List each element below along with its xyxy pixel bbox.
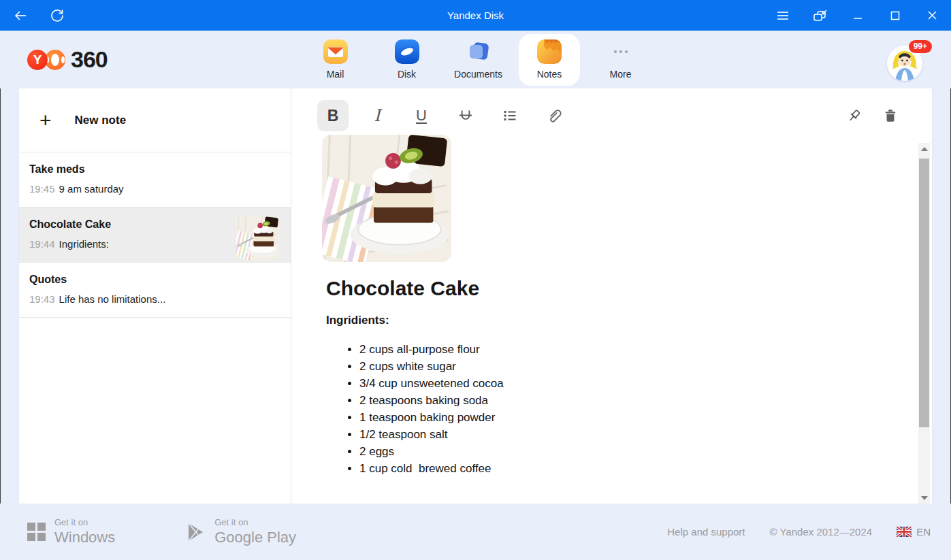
main-body: + New note Take meds 19:459 am saturday … — [0, 88, 951, 504]
scroll-up-icon — [921, 147, 928, 151]
scrollbar-thumb[interactable] — [919, 159, 929, 427]
ingredient-item: 1 teaspoon baking powder — [359, 409, 891, 426]
scroll-up-button[interactable] — [918, 143, 930, 154]
disk-icon — [395, 39, 419, 64]
refresh-icon — [49, 7, 65, 24]
note-editor: B I U — [291, 88, 932, 504]
note-image-cake-photo[interactable] — [322, 135, 451, 262]
maximize-icon — [890, 11, 900, 20]
note-time: 19:44 — [29, 238, 55, 250]
hamburger-icon — [776, 10, 790, 21]
tab-disk[interactable]: Disk — [371, 34, 442, 86]
note-list-item-chocolate-cake[interactable]: Chocolate Cake 19:44Ingridients: — [19, 208, 291, 263]
strikethrough-button[interactable] — [450, 100, 481, 131]
new-note-label: New note — [75, 114, 127, 127]
yandex-360-logo[interactable]: Y 360 — [27, 46, 108, 73]
new-note-button[interactable]: + New note — [19, 88, 291, 152]
note-preview: Ingridients: — [59, 238, 109, 250]
bullet-list-button[interactable] — [494, 100, 526, 131]
get-it-on-google-play-button[interactable]: Get it on Google Play — [187, 517, 296, 546]
minimize-button[interactable] — [839, 0, 876, 31]
more-icon — [609, 39, 633, 64]
minimize-icon — [853, 11, 863, 20]
copyright-text: © Yandex 2012—2024 — [770, 526, 873, 538]
ingredient-item: 3/4 cup unsweetened cocoa — [359, 375, 891, 392]
tab-disk-label: Disk — [398, 69, 416, 80]
windows-icon — [27, 523, 46, 541]
plus-icon: + — [39, 110, 52, 131]
yandex-y-icon: Y — [27, 50, 48, 70]
menu-button[interactable] — [764, 0, 801, 31]
uk-flag-icon — [897, 527, 912, 537]
logo-360-text: 360 — [71, 46, 108, 73]
note-list-item-quotes[interactable]: Quotes 19:43Life has no limitations... — [19, 263, 291, 318]
scroll-down-button[interactable] — [918, 492, 930, 504]
account-avatar[interactable]: 99+ — [887, 40, 929, 82]
notes-icon — [537, 39, 562, 64]
notes-sidebar: + New note Take meds 19:459 am saturday … — [19, 88, 291, 504]
ingredient-item: 2 cups all-purpose flour — [359, 341, 891, 358]
underline-icon: U — [416, 107, 427, 125]
italic-icon: I — [374, 106, 380, 125]
minimize-to-tray-button[interactable] — [801, 0, 839, 31]
notifications-badge: 99+ — [909, 40, 932, 53]
ingredients-list: 2 cups all-purpose flour2 cups white sug… — [359, 341, 891, 477]
mail-icon — [323, 39, 348, 64]
google-play-tagline: Get it on — [214, 517, 296, 527]
attach-file-button[interactable] — [538, 100, 570, 131]
scroll-down-icon — [921, 496, 928, 500]
language-label: EN — [916, 526, 931, 538]
minimize-to-tray-icon — [811, 7, 829, 24]
ingredient-item: 2 cups white sugar — [359, 358, 891, 375]
note-preview: Life has no limitations... — [59, 293, 166, 305]
ingredient-item: 2 teaspoons baking soda — [359, 392, 891, 409]
tab-mail[interactable]: Mail — [300, 34, 371, 86]
help-and-support-link[interactable]: Help and support — [667, 526, 745, 538]
tab-documents[interactable]: Documents — [442, 34, 514, 86]
note-preview: 9 am saturday — [59, 183, 124, 195]
close-button[interactable] — [914, 0, 951, 31]
tab-mail-label: Mail — [327, 69, 344, 80]
app-header: Y 360 Mail — [0, 31, 951, 88]
windows-store-name: Windows — [54, 529, 115, 546]
note-list-item-take-meds[interactable]: Take meds 19:459 am saturday — [19, 152, 291, 208]
bullet-list-icon — [502, 108, 518, 124]
language-selector[interactable]: EN — [897, 526, 931, 538]
documents-icon — [466, 39, 491, 64]
service-tabs: Mail Disk — [300, 31, 656, 88]
italic-button[interactable]: I — [361, 100, 393, 131]
note-subheading: Ingridients: — [326, 314, 891, 327]
pin-note-button[interactable] — [843, 105, 864, 126]
tab-documents-label: Documents — [454, 69, 502, 80]
ingredient-item: 2 eggs — [359, 443, 891, 460]
ingredient-item: 1/2 teaspoon salt — [359, 426, 891, 443]
app-footer: Get it on Windows Get it on Google Play … — [0, 504, 951, 560]
close-icon — [927, 10, 937, 20]
google-play-store-name: Google Play — [214, 529, 296, 546]
ingredient-item: 1 cup cold brewed coffee — [359, 460, 891, 477]
note-thumbnail-cake-photo — [236, 216, 280, 260]
trash-icon — [882, 108, 899, 124]
delete-note-button[interactable] — [880, 105, 901, 126]
get-it-on-windows-button[interactable]: Get it on Windows — [27, 517, 115, 546]
maximize-button[interactable] — [876, 0, 914, 31]
paperclip-icon — [545, 107, 563, 125]
bold-button[interactable]: B — [317, 100, 349, 131]
yandex-o-icon — [45, 50, 65, 70]
back-button[interactable] — [11, 6, 30, 25]
back-arrow-icon — [12, 7, 29, 24]
content-card: + New note Take meds 19:459 am saturday … — [18, 88, 933, 504]
note-time: 19:43 — [29, 293, 55, 305]
refresh-button[interactable] — [48, 6, 67, 25]
underline-button[interactable]: U — [406, 100, 437, 131]
windows-tagline: Get it on — [54, 517, 115, 527]
tab-more[interactable]: More — [585, 34, 656, 86]
google-play-icon — [187, 522, 206, 542]
strikethrough-icon — [457, 107, 474, 125]
note-heading: Chocolate Cake — [326, 277, 891, 300]
tab-notes[interactable]: Notes — [519, 34, 580, 86]
bold-icon: B — [327, 107, 339, 125]
note-title: Take meds — [29, 163, 280, 176]
editor-scrollbar[interactable] — [918, 143, 930, 504]
tab-more-label: More — [610, 69, 632, 80]
